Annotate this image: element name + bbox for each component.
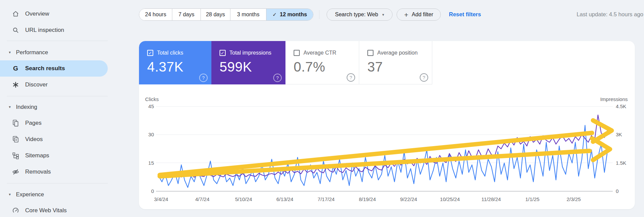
series-line-total-impressions: [159, 115, 608, 178]
chevron-down-icon: ▾: [382, 13, 384, 17]
sidebar-item-removals[interactable]: Removals: [0, 164, 108, 180]
range-3-months-button[interactable]: 3 months: [230, 9, 266, 20]
range-label: 3 months: [237, 12, 260, 18]
plus-icon: +: [404, 11, 408, 18]
chart-series-lines: [159, 115, 608, 188]
sidebar-item-label: URL inspection: [25, 27, 64, 34]
sidebar-section-label: Indexing: [16, 104, 37, 110]
asterisk-icon: [12, 81, 20, 89]
x-axis-tick: 10/25/24: [433, 196, 467, 202]
chevron-down-icon: ▾: [9, 192, 16, 197]
sidebar-item-label: Overview: [25, 11, 49, 17]
last-update-text: Last update: 4.5 hours ago: [577, 11, 643, 18]
sidebar-item-sitemaps[interactable]: Sitemaps: [0, 147, 108, 164]
sidebar-item-label: Sitemaps: [25, 152, 49, 159]
y-axis-left-tick: 30: [139, 132, 154, 137]
x-axis-tick: 7/17/24: [309, 196, 343, 202]
total-clicks-checkbox[interactable]: ✓: [147, 50, 153, 56]
range-12-months-button[interactable]: ✓ 12 months: [266, 9, 313, 20]
chart-gridlines: [156, 106, 613, 191]
sidebar-item-pages[interactable]: Pages: [0, 115, 108, 131]
search-type-dropdown[interactable]: Search type: Web ▾: [327, 8, 393, 21]
eye-off-icon: [12, 168, 20, 176]
sidebar-divider: [7, 41, 108, 41]
card-label: Total clicks: [157, 50, 183, 56]
x-axis-tick: 6/13/24: [268, 196, 302, 202]
filter-bar-divider: [319, 10, 319, 19]
sidebar-item-label: Removals: [25, 169, 51, 175]
checkmark-icon: ✓: [273, 12, 277, 18]
y-axis-left-title: Clicks: [145, 96, 159, 102]
y-axis-left-tick: 45: [139, 103, 154, 109]
home-icon: [12, 10, 20, 18]
sidebar-section-experience[interactable]: ▾ Experience: [0, 186, 109, 202]
total-impressions-checkbox[interactable]: ✓: [220, 50, 226, 56]
sidebar-item-search-results[interactable]: G Search results: [0, 60, 108, 77]
sidebar-section-label: Performance: [16, 49, 48, 56]
date-range-segmented-control: 24 hours 7 days 28 days 3 months ✓ 12 mo…: [139, 8, 313, 21]
y-axis-right-tick: 1.5K: [616, 160, 626, 166]
y-axis-right-tick: 0: [616, 188, 619, 194]
search-type-label: Search type: Web: [335, 12, 378, 18]
performance-panel: ✓ Total clicks 4.37K ? ✓ Total impressio…: [139, 41, 635, 209]
average-position-checkbox[interactable]: [367, 50, 373, 56]
range-7-days-button[interactable]: 7 days: [172, 9, 201, 20]
chevron-down-icon: ▾: [9, 105, 16, 109]
help-icon[interactable]: ?: [420, 73, 428, 82]
series-line-total-clicks: [159, 125, 608, 188]
sidebar-section-label: Experience: [16, 191, 44, 198]
y-axis-left-tick: 0: [139, 188, 154, 194]
help-icon[interactable]: ?: [347, 73, 355, 82]
sidebar-item-label: Pages: [25, 120, 41, 126]
range-24-hours-button[interactable]: 24 hours: [139, 9, 172, 20]
sidebar-item-label: Core Web Vitals: [25, 207, 67, 214]
add-filter-button[interactable]: + Add filter: [397, 8, 441, 21]
range-label: 28 days: [206, 12, 225, 18]
google-g-icon: G: [12, 64, 20, 73]
total-clicks-card[interactable]: ✓ Total clicks 4.37K ?: [139, 41, 211, 84]
videos-icon: [12, 135, 20, 143]
gauge-icon: [12, 206, 20, 215]
y-axis-left-tick: 15: [139, 160, 154, 166]
trend-arrow-annotations: [160, 120, 612, 176]
range-28-days-button[interactable]: 28 days: [201, 9, 230, 20]
total-impressions-card[interactable]: ✓ Total impressions 599K ?: [211, 41, 285, 84]
help-icon[interactable]: ?: [199, 74, 208, 82]
x-axis-tick: 2/3/25: [557, 196, 591, 202]
sidebar-item-overview[interactable]: Overview: [0, 6, 108, 22]
card-label: Average CTR: [303, 50, 336, 56]
sidebar-item-url-inspection[interactable]: URL inspection: [0, 22, 108, 38]
sidebar-divider: [7, 96, 108, 96]
x-axis-tick: 8/19/24: [350, 196, 384, 202]
sidebar-item-videos[interactable]: Videos: [0, 131, 108, 147]
x-axis-tick: 5/10/24: [227, 196, 261, 202]
help-icon[interactable]: ?: [273, 74, 282, 82]
sidebar: Overview URL inspection ▾ Performance G …: [0, 0, 109, 217]
trend-arrow-lower-shaft: [160, 151, 590, 176]
y-axis-right-tick: 4.5K: [616, 103, 626, 109]
sitemap-icon: [12, 152, 20, 160]
average-ctr-card[interactable]: Average CTR 0.7% ?: [285, 41, 359, 84]
reset-filters-link[interactable]: Reset filters: [449, 11, 481, 18]
total-clicks-value: 4.37K: [147, 59, 211, 75]
y-axis-right-title: Impressions: [600, 96, 628, 102]
card-label: Total impressions: [229, 50, 272, 56]
sidebar-item-label: Videos: [25, 136, 43, 143]
sidebar-item-core-web-vitals[interactable]: Core Web Vitals: [0, 202, 108, 217]
average-position-value: 37: [367, 59, 432, 75]
sidebar-section-indexing[interactable]: ▾ Indexing: [0, 99, 109, 115]
card-label: Average position: [377, 50, 418, 56]
sidebar-item-discover[interactable]: Discover: [0, 77, 108, 93]
sidebar-item-label: Discover: [25, 81, 48, 88]
trend-arrow-upper-shaft: [160, 133, 592, 175]
sidebar-section-performance[interactable]: ▾ Performance: [0, 44, 109, 60]
range-label: 12 months: [280, 12, 307, 18]
average-position-card[interactable]: Average position 37 ?: [359, 41, 432, 84]
range-label: 24 hours: [145, 12, 166, 18]
average-ctr-checkbox[interactable]: [294, 50, 300, 56]
trend-arrow-lower-head: [592, 138, 610, 160]
x-axis-tick: 9/22/24: [391, 196, 425, 202]
add-filter-label: Add filter: [412, 12, 433, 18]
x-axis-tick: 11/28/24: [474, 196, 508, 202]
total-impressions-value: 599K: [220, 59, 285, 75]
